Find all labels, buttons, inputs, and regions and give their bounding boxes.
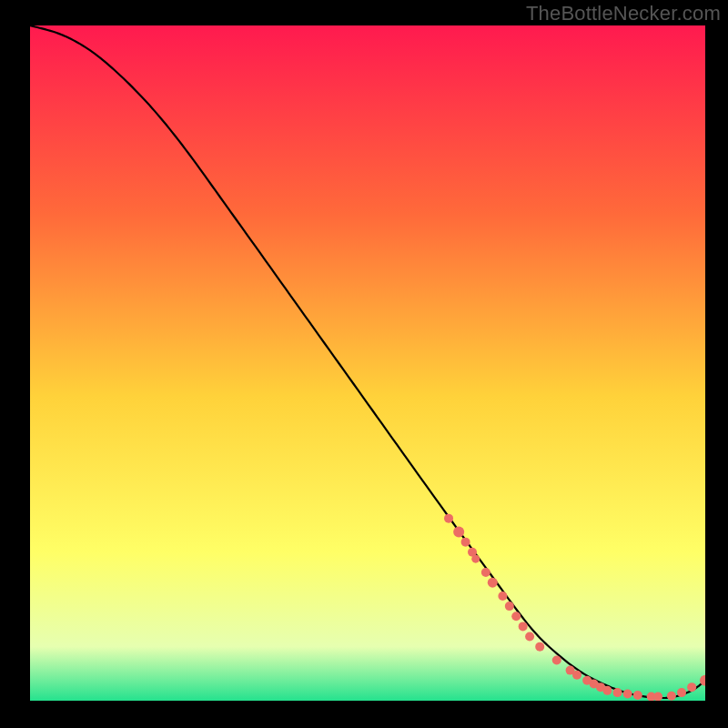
plot-svg (30, 25, 705, 701)
data-point (613, 688, 622, 697)
data-point (511, 612, 521, 621)
data-point (687, 682, 696, 692)
gradient-background (30, 25, 705, 701)
data-point (488, 578, 498, 588)
data-point (667, 692, 676, 701)
data-point (623, 690, 632, 699)
data-point (505, 602, 514, 611)
data-point (602, 686, 612, 695)
data-point (552, 655, 561, 664)
data-point (519, 622, 528, 631)
data-point (677, 688, 686, 697)
data-point (453, 527, 464, 538)
data-point (572, 671, 581, 680)
plot-area (30, 25, 705, 701)
chart-stage: TheBottleNecker.com (0, 0, 728, 728)
data-point (471, 555, 480, 563)
data-point (498, 592, 507, 601)
data-point (525, 632, 534, 642)
watermark-text: TheBottleNecker.com (526, 2, 721, 25)
data-point (444, 514, 453, 523)
data-point (481, 568, 490, 577)
data-point (535, 642, 544, 652)
data-point (633, 691, 642, 700)
data-point (461, 538, 470, 547)
